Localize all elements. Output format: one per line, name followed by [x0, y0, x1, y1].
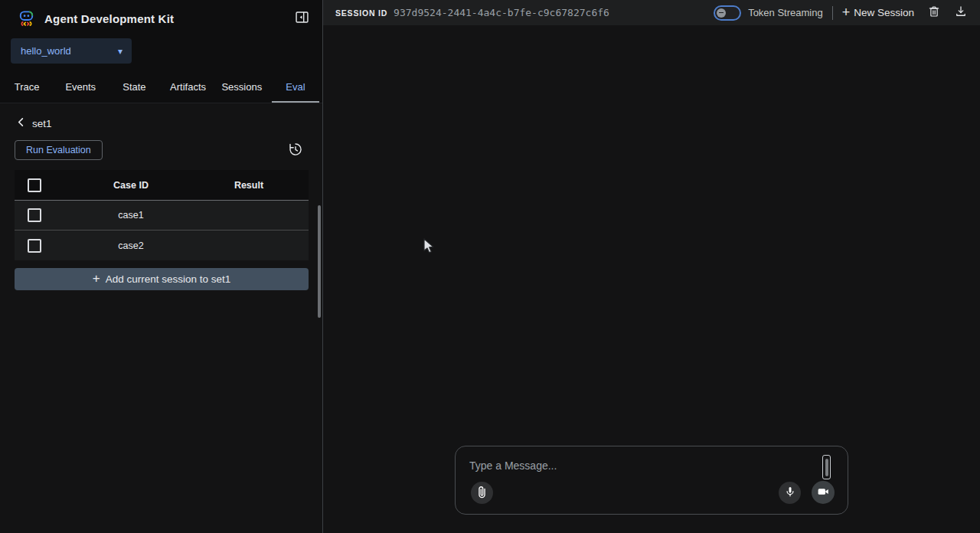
case-id-cell: case1	[54, 210, 207, 221]
mic-button[interactable]	[779, 482, 801, 504]
case2-checkbox[interactable]	[28, 239, 41, 253]
select-all-checkbox[interactable]	[28, 178, 41, 192]
sidebar: Agent Development Kit hello_world ▾ Trac…	[0, 0, 323, 533]
table-row-case2[interactable]: case2	[15, 231, 309, 260]
export-session-button[interactable]	[952, 3, 969, 22]
chevron-down-icon: ▾	[118, 46, 122, 57]
table-row-case1[interactable]: case1	[15, 201, 309, 231]
case1-checkbox[interactable]	[28, 208, 41, 222]
tab-events[interactable]: Events	[54, 71, 107, 103]
agent-select-row: hello_world ▾	[0, 37, 322, 71]
adk-robot-logo-icon	[17, 9, 36, 28]
eval-actions-row: Run Evaluation	[15, 140, 308, 160]
token-streaming-toggle[interactable]	[714, 5, 741, 21]
eval-history-button[interactable]	[288, 142, 303, 159]
tab-sessions[interactable]: Sessions	[215, 71, 269, 103]
add-current-session-button[interactable]: + Add current session to set1	[15, 268, 309, 290]
eval-set-header: set1	[16, 116, 308, 131]
tab-state[interactable]: State	[107, 71, 161, 103]
tab-artifacts[interactable]: Artifacts	[162, 71, 215, 103]
agent-selector-value: hello_world	[21, 45, 71, 57]
session-id-label: SESSION ID	[335, 8, 387, 18]
eval-set-name: set1	[32, 118, 52, 129]
eval-cases-table: Case ID Result case1 case2	[15, 170, 309, 260]
session-id-value: 937d9524-2441-4a4c-b7fe-c9c67827c6f6	[394, 7, 609, 18]
attach-file-button[interactable]	[471, 482, 493, 504]
run-evaluation-button[interactable]: Run Evaluation	[15, 140, 103, 160]
plus-icon: +	[93, 272, 100, 285]
panel-close-icon	[294, 9, 310, 28]
back-button[interactable]	[16, 117, 26, 129]
video-button[interactable]	[812, 481, 835, 504]
session-topbar: SESSION ID 937d9524-2441-4a4c-b7fe-c9c67…	[323, 0, 980, 25]
tab-trace[interactable]: Trace	[0, 71, 54, 103]
mic-icon	[783, 485, 797, 501]
attachment-icon	[475, 485, 489, 502]
column-header-result: Result	[207, 180, 290, 191]
download-icon	[954, 5, 968, 21]
back-chevron-icon	[16, 117, 26, 129]
add-session-label: Add current session to set1	[106, 273, 231, 285]
scrollbar-thumb	[825, 459, 828, 476]
app-title: Agent Development Kit	[44, 12, 292, 25]
plus-icon: +	[842, 5, 851, 19]
tab-bar: Trace Events State Artifacts Sessions Ev…	[0, 71, 322, 103]
composer-scrollbar[interactable]	[822, 455, 831, 479]
table-header-row: Case ID Result	[15, 170, 309, 201]
mouse-cursor	[423, 238, 436, 258]
new-session-label: New Session	[854, 7, 914, 18]
toggle-thumb-icon	[717, 8, 726, 18]
message-composer	[455, 446, 848, 515]
trash-icon	[927, 5, 941, 21]
column-header-case-id: Case ID	[54, 180, 207, 191]
collapse-sidebar-button[interactable]	[292, 8, 312, 29]
topbar-divider	[832, 6, 833, 20]
message-input[interactable]	[469, 457, 799, 474]
sidebar-scrollbar-thumb[interactable]	[318, 205, 321, 318]
new-session-button[interactable]: + New Session	[842, 6, 914, 20]
eval-panel: set1 Run Evaluation C	[0, 103, 322, 290]
adk-app: Agent Development Kit hello_world ▾ Trac…	[0, 0, 980, 533]
topbar-actions: Token Streaming + New Session	[714, 3, 969, 22]
tab-eval[interactable]: Eval	[269, 71, 322, 103]
main-area: SESSION ID 937d9524-2441-4a4c-b7fe-c9c67…	[323, 0, 980, 533]
history-icon	[288, 142, 303, 159]
delete-session-button[interactable]	[926, 3, 942, 22]
videocam-icon	[816, 485, 830, 501]
token-streaming-label: Token Streaming	[748, 7, 823, 18]
case-id-cell: case2	[54, 240, 207, 251]
agent-selector-dropdown[interactable]: hello_world ▾	[11, 38, 132, 64]
sidebar-header: Agent Development Kit	[0, 0, 322, 37]
